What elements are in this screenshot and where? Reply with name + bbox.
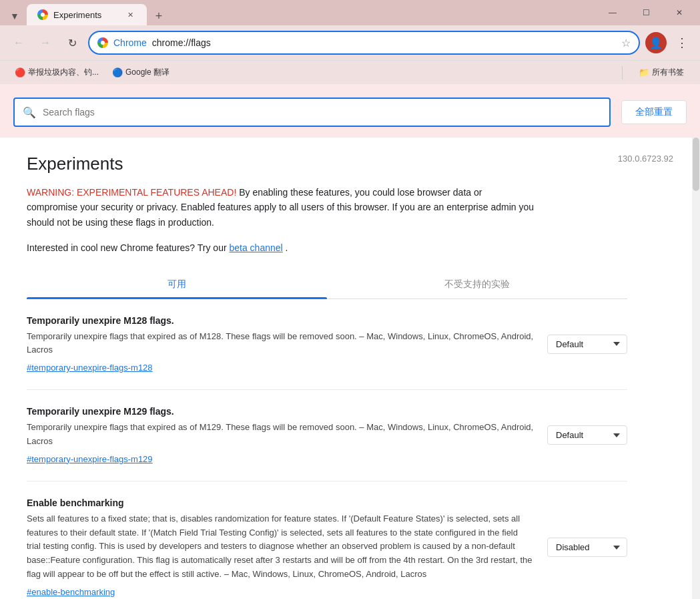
bookmark-item-translate[interactable]: 🔵 Google 翻译 — [108, 65, 173, 79]
flag-name-m128: Temporarily unexpire M128 flags. — [27, 315, 534, 326]
search-input[interactable] — [43, 107, 601, 118]
search-icon: 🔍 — [23, 106, 36, 119]
flag-text-benchmarking: Enable benchmarking Sets all features to… — [27, 497, 534, 598]
flag-link-m128[interactable]: #temporary-unexpire-flags-m128 — [27, 363, 153, 373]
tab-title: Experiments — [53, 10, 119, 20]
flag-link-m129[interactable]: #temporary-unexpire-flags-m129 — [27, 454, 153, 464]
version-label: 130.0.6723.92 — [618, 154, 673, 164]
window-controls: — ☐ ✕ — [597, 2, 695, 23]
reset-all-button[interactable]: 全部重置 — [621, 100, 687, 124]
new-tab-button[interactable]: + — [149, 7, 168, 25]
page-title: Experiments — [27, 154, 123, 174]
bookmarks-divider — [622, 66, 623, 79]
flag-control-m128: Default Enabled Disabled — [547, 335, 627, 354]
interested-text: Interested in cool new Chrome features? … — [27, 240, 534, 255]
maximize-button[interactable]: ☐ — [631, 2, 661, 23]
flag-desc-m129: Temporarily unexpire flags that expired … — [27, 421, 534, 449]
scrollbar-track[interactable] — [692, 138, 700, 599]
beta-channel-link[interactable]: beta channel — [229, 242, 282, 253]
more-options-button[interactable]: ⋮ — [672, 33, 692, 53]
warning-label: WARNING: EXPERIMENTAL FEATURES AHEAD! — [27, 187, 236, 198]
tab-unsupported[interactable]: 不受支持的实验 — [327, 272, 627, 298]
address-favicon — [97, 37, 108, 48]
tab-available[interactable]: 可用 — [27, 272, 327, 298]
tab-favicon — [37, 9, 48, 20]
bookmarks-bar: 🔴 举报垃圾内容、钓... 🔵 Google 翻译 📁 所有书签 — [0, 60, 700, 84]
flag-select-benchmarking[interactable]: Default Enabled Disabled — [547, 538, 627, 557]
forward-button[interactable]: → — [35, 32, 56, 53]
flag-desc-m128: Temporarily unexpire flags that expired … — [27, 330, 534, 358]
tab-close-button[interactable]: ✕ — [124, 9, 136, 21]
folder-icon: 📁 — [639, 67, 649, 77]
address-chrome-label: Chrome — [113, 37, 147, 48]
back-button[interactable]: ← — [8, 32, 29, 53]
bookmark-favicon-report: 🔴 — [15, 67, 25, 77]
flag-item-benchmarking: Enable benchmarking Sets all features to… — [27, 481, 627, 599]
tab-overflow-button[interactable]: ▼ — [5, 7, 24, 25]
main-area: Experiments 130.0.6723.92 WARNING: EXPER… — [0, 138, 700, 599]
warning-block: WARNING: EXPERIMENTAL FEATURES AHEAD! By… — [27, 185, 534, 230]
interested-suffix: . — [286, 242, 288, 253]
close-button[interactable]: ✕ — [664, 2, 695, 23]
flag-text-m128: Temporarily unexpire M128 flags. Tempora… — [27, 315, 534, 374]
search-area: 🔍 全部重置 — [0, 84, 700, 138]
all-bookmarks-label: 所有书签 — [652, 67, 684, 78]
active-tab[interactable]: Experiments ✕ — [27, 4, 147, 25]
bookmark-star-icon[interactable]: ☆ — [621, 37, 631, 49]
flag-item-m129: Temporarily unexpire M129 flags. Tempora… — [27, 390, 627, 481]
search-box: 🔍 — [13, 97, 611, 127]
flag-select-m128[interactable]: Default Enabled Disabled — [547, 335, 627, 354]
all-bookmarks-button[interactable]: 📁 所有书签 — [633, 65, 689, 79]
flag-control-m129: Default Enabled Disabled — [547, 425, 627, 445]
bookmark-item-report[interactable]: 🔴 举报垃圾内容、钓... — [11, 65, 103, 79]
flag-name-m129: Temporarily unexpire M129 flags. — [27, 406, 534, 417]
reload-button[interactable]: ↻ — [61, 32, 83, 53]
interested-prefix: Interested in cool new Chrome features? … — [27, 242, 229, 253]
flag-name-benchmarking: Enable benchmarking — [27, 497, 534, 508]
flag-link-benchmarking[interactable]: #enable-benchmarking — [27, 587, 115, 597]
reload-icon: ↻ — [68, 37, 77, 49]
flag-item-m128: Temporarily unexpire M128 flags. Tempora… — [27, 299, 627, 391]
minimize-button[interactable]: — — [597, 2, 628, 23]
flag-desc-benchmarking: Sets all features to a fixed state; that… — [27, 512, 534, 582]
address-url: chrome://flags — [152, 37, 211, 48]
bookmark-favicon-translate: 🔵 — [112, 67, 123, 77]
bookmark-label-translate: Google 翻译 — [125, 67, 169, 78]
address-bar[interactable]: Chrome chrome://flags ☆ — [88, 31, 640, 55]
tab-bar: ▼ Experiments ✕ + — [5, 0, 597, 25]
forward-icon: → — [40, 37, 51, 49]
flags-list: Temporarily unexpire M128 flags. Tempora… — [27, 299, 673, 599]
profile-icon: 👤 — [649, 37, 663, 49]
more-icon: ⋮ — [676, 36, 688, 49]
navbar: ← → ↻ Chrome chrome://flags ☆ 👤 ⋮ — [0, 25, 700, 60]
experiments-header: Experiments 130.0.6723.92 — [27, 154, 673, 174]
tabs-row: 可用 不受支持的实验 — [27, 272, 627, 299]
scrollbar-thumb[interactable] — [693, 138, 699, 191]
bookmark-label-report: 举报垃圾内容、钓... — [28, 67, 99, 78]
page-content: 🔍 全部重置 Experiments 130.0.6723.92 WARNING… — [0, 84, 700, 599]
back-icon: ← — [13, 37, 24, 49]
flag-control-benchmarking: Default Enabled Disabled — [547, 538, 627, 557]
titlebar: ▼ Experiments ✕ + — ☐ ✕ — [0, 0, 700, 25]
flag-select-m129[interactable]: Default Enabled Disabled — [547, 425, 627, 445]
profile-button[interactable]: 👤 — [645, 32, 667, 53]
flag-text-m129: Temporarily unexpire M129 flags. Tempora… — [27, 406, 534, 465]
